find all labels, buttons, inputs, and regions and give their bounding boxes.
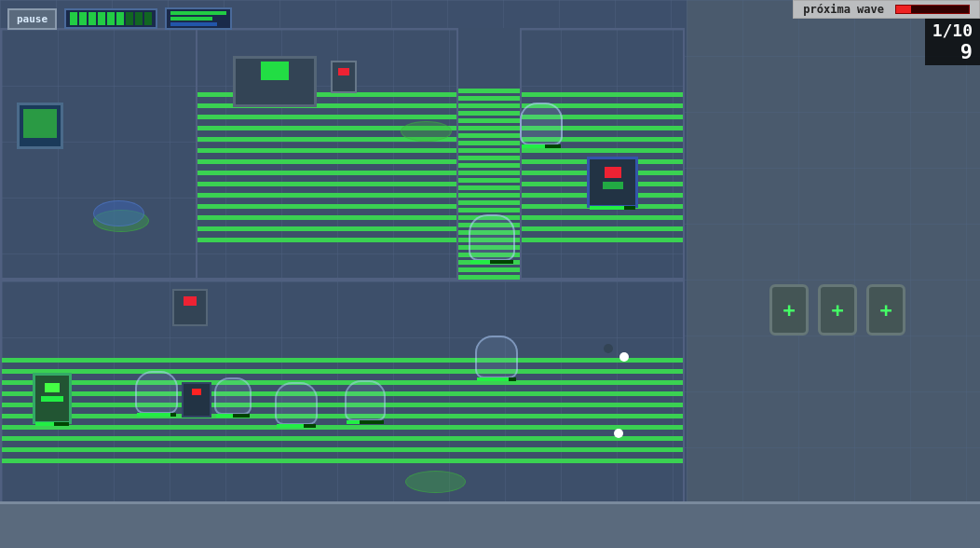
bar-seg-dim — [144, 12, 152, 25]
battery-icon-1: + — [783, 298, 795, 322]
monitor-object — [17, 103, 63, 149]
bar-seg — [79, 12, 87, 25]
green-blob-1 — [401, 121, 452, 142]
bullet-1 — [619, 352, 629, 362]
room-robot — [172, 289, 208, 326]
lane-stripe — [458, 193, 520, 198]
left-wall-section — [2, 30, 197, 278]
corridor-lanes — [458, 28, 520, 309]
healthbar-fill — [216, 414, 233, 418]
bar-seg — [70, 12, 77, 25]
battery-row: + + + — [769, 284, 905, 336]
lane-stripe — [458, 171, 520, 175]
healthbar-bg — [35, 422, 69, 426]
score-secondary: 9 — [932, 40, 973, 63]
healthbar-fill — [277, 424, 304, 428]
lane-stripe — [458, 126, 520, 130]
stat-bar — [170, 11, 226, 15]
green-blob-3 — [405, 471, 466, 493]
ghost-enemy-1 — [520, 103, 563, 145]
map-section-right — [687, 0, 980, 503]
terminal-display — [261, 62, 289, 80]
bar-seg — [98, 12, 105, 25]
mech-eye — [605, 167, 621, 178]
healthbar-fill — [35, 422, 54, 426]
lane-stripe — [458, 148, 520, 153]
bar-seg-dim — [126, 12, 133, 25]
bullet-2 — [614, 429, 623, 438]
lane-stripe — [2, 414, 683, 418]
stat-bar — [170, 17, 212, 21]
lane-stripe — [458, 118, 520, 123]
healthbar-bg — [216, 414, 250, 418]
healthbar-fill — [590, 206, 624, 210]
mech-weapon — [603, 182, 623, 189]
lane-stripe — [458, 111, 520, 116]
ghost-enemy-4 — [135, 371, 178, 414]
game-container: + + + pause — [0, 0, 980, 548]
bar-seg-dim — [135, 12, 143, 25]
lane-stripe — [458, 185, 520, 190]
hud-panel-2 — [165, 7, 232, 30]
lane-stripe — [2, 403, 683, 407]
hud-panel-1 — [64, 8, 157, 29]
wave-banner: próxima wave — [793, 0, 980, 19]
wave-health-fill — [896, 6, 911, 13]
ghost-enemy-3 — [475, 336, 518, 378]
hud-stats — [170, 11, 226, 26]
lane-stripe — [458, 96, 520, 101]
ghost-enemy-6 — [275, 382, 318, 425]
player-robot — [33, 373, 72, 424]
wave-label: próxima wave — [803, 3, 884, 16]
healthbar-fill — [477, 377, 509, 381]
hud-topright: próxima wave 1/10 9 — [793, 0, 980, 65]
healthbar-fill — [522, 144, 545, 148]
computer-terminal — [233, 56, 317, 107]
left-wall-grid — [2, 30, 196, 278]
right-grid — [687, 0, 980, 503]
score-panel: 1/10 9 — [925, 19, 980, 65]
lane-stripe — [2, 358, 683, 363]
lane-stripe — [2, 391, 683, 396]
battery-3: + — [866, 284, 905, 336]
healthbar-fill — [470, 260, 490, 264]
battery-icon-3: + — [879, 298, 892, 322]
player-weapon — [41, 396, 63, 402]
lane-stripe — [458, 156, 520, 160]
healthbar-fill — [347, 420, 360, 424]
bar-seg — [116, 12, 124, 25]
lane-stripe — [458, 141, 520, 145]
battery-icon-2: + — [831, 298, 843, 322]
stat-bar-blue — [170, 22, 217, 26]
lane-stripe — [458, 133, 520, 138]
battery-1: + — [769, 284, 809, 336]
lane-stripe — [2, 380, 683, 385]
lane-stripe — [458, 178, 520, 183]
mech-enemy-1 — [587, 157, 638, 208]
battery-2: + — [818, 284, 857, 336]
robot-eye — [184, 296, 197, 306]
lane-stripe — [2, 447, 683, 452]
healthbar-bg — [137, 413, 176, 417]
robot-eye — [192, 389, 201, 395]
pause-button[interactable]: pause — [7, 8, 57, 30]
lane-stripe — [2, 369, 683, 374]
lane-stripe — [458, 163, 520, 168]
dark-robot-lower — [182, 382, 211, 418]
ghost-enemy-2 — [469, 214, 515, 261]
healthbar-bg — [522, 144, 561, 148]
lane-stripe — [2, 459, 683, 463]
healthbar-bg — [347, 420, 384, 424]
healthbar-bg — [590, 206, 635, 210]
player-eye — [45, 383, 60, 392]
monitor-screen-display — [23, 109, 56, 138]
bar-seg — [107, 12, 115, 25]
ghost-enemy-7 — [345, 380, 386, 421]
score-main: 1/10 — [932, 21, 973, 40]
small-robot-1 — [331, 61, 357, 93]
ghost-enemy-5 — [214, 377, 252, 415]
wave-health-bar — [895, 5, 970, 14]
lane-stripe — [458, 267, 520, 272]
healthbar-bg — [277, 424, 316, 428]
lane-stripe — [2, 425, 683, 430]
